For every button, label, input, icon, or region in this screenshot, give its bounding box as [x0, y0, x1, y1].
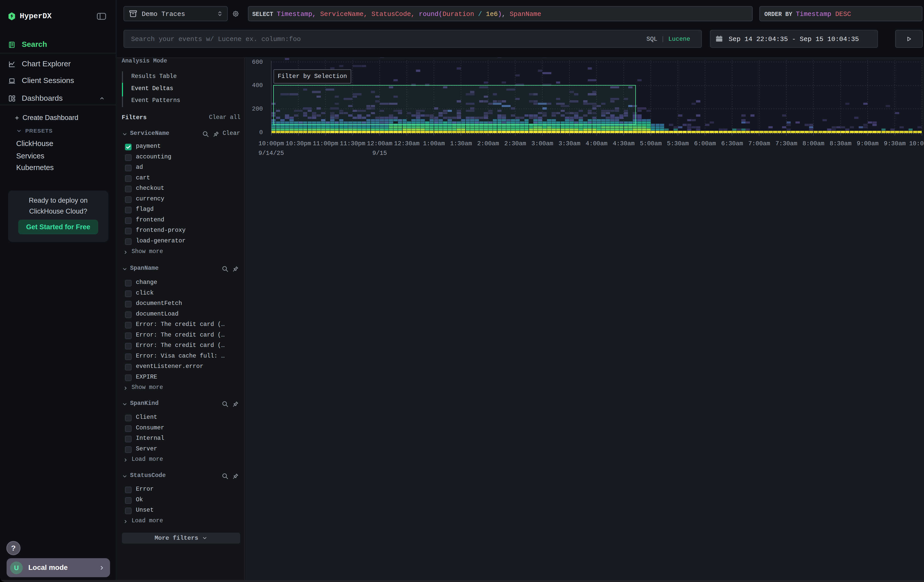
- svg-text:6:30am: 6:30am: [721, 140, 743, 147]
- svg-text:600: 600: [252, 59, 263, 66]
- svg-text:10:30pm: 10:30pm: [285, 140, 311, 147]
- svg-text:400: 400: [252, 82, 263, 89]
- svg-text:4:00am: 4:00am: [586, 140, 607, 147]
- svg-text:9:30am: 9:30am: [884, 140, 906, 147]
- svg-text:2:00am: 2:00am: [477, 140, 499, 147]
- svg-text:0: 0: [259, 129, 263, 136]
- svg-text:5:30am: 5:30am: [667, 140, 689, 147]
- svg-text:6:00am: 6:00am: [694, 140, 716, 147]
- svg-text:9/14/25: 9/14/25: [259, 150, 284, 157]
- svg-text:7:00am: 7:00am: [748, 140, 770, 147]
- svg-text:8:30am: 8:30am: [830, 140, 851, 147]
- svg-text:5:00am: 5:00am: [640, 140, 662, 147]
- svg-text:12:00am: 12:00am: [367, 140, 393, 147]
- svg-text:11:00pm: 11:00pm: [313, 140, 338, 147]
- svg-text:200: 200: [252, 106, 263, 112]
- svg-text:12:30am: 12:30am: [394, 140, 419, 147]
- svg-text:10:00pm: 10:00pm: [259, 140, 284, 147]
- svg-text:3:30am: 3:30am: [558, 140, 580, 147]
- svg-text:9/15: 9/15: [373, 150, 387, 157]
- svg-text:2:30am: 2:30am: [504, 140, 526, 147]
- svg-text:11:30pm: 11:30pm: [340, 140, 365, 147]
- svg-text:10:00am: 10:00am: [909, 140, 924, 147]
- svg-text:9:00am: 9:00am: [857, 140, 878, 147]
- svg-text:4:30am: 4:30am: [613, 140, 635, 147]
- svg-text:1:30am: 1:30am: [450, 140, 472, 147]
- svg-text:3:00am: 3:00am: [531, 140, 553, 147]
- svg-text:1:00am: 1:00am: [423, 140, 445, 147]
- svg-text:7:30am: 7:30am: [776, 140, 797, 147]
- svg-text:8:00am: 8:00am: [803, 140, 824, 147]
